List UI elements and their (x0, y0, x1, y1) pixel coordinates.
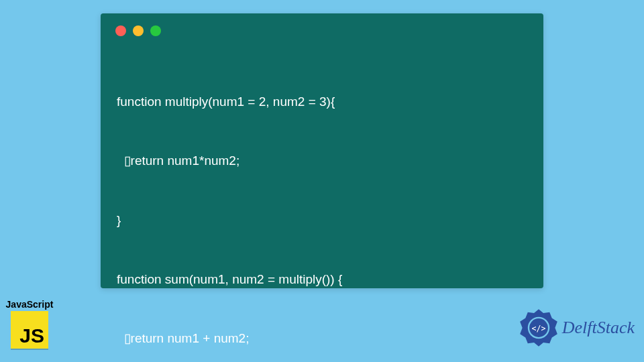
zoom-icon (150, 25, 161, 36)
code-window: function multiply(num1 = 2, num2 = 3){ ▯… (101, 13, 543, 288)
javascript-label: JavaScript (5, 299, 54, 310)
close-icon (115, 25, 126, 36)
delftstack-logo-icon: </> (519, 308, 558, 347)
code-line: } (117, 210, 527, 230)
code-block: function multiply(num1 = 2, num2 = 3){ ▯… (117, 52, 527, 362)
delftstack-name: DelftStack (562, 318, 635, 338)
js-letter-j: J (19, 326, 31, 346)
code-line: ▯return num1 + num2; (117, 328, 527, 348)
code-line: function multiply(num1 = 2, num2 = 3){ (117, 92, 527, 111)
code-line: function sum(num1, num2 = multiply()) { (117, 269, 527, 289)
delftstack-watermark: </> DelftStack (519, 308, 635, 347)
js-letter-s: S (31, 326, 44, 346)
javascript-logo-icon: J S (11, 311, 48, 349)
code-line: ▯return num1*num2; (117, 151, 527, 170)
minimize-icon (133, 25, 144, 36)
javascript-badge: JavaScript J S (5, 299, 54, 349)
window-traffic-lights (115, 25, 161, 36)
svg-text:</>: </> (531, 324, 545, 333)
